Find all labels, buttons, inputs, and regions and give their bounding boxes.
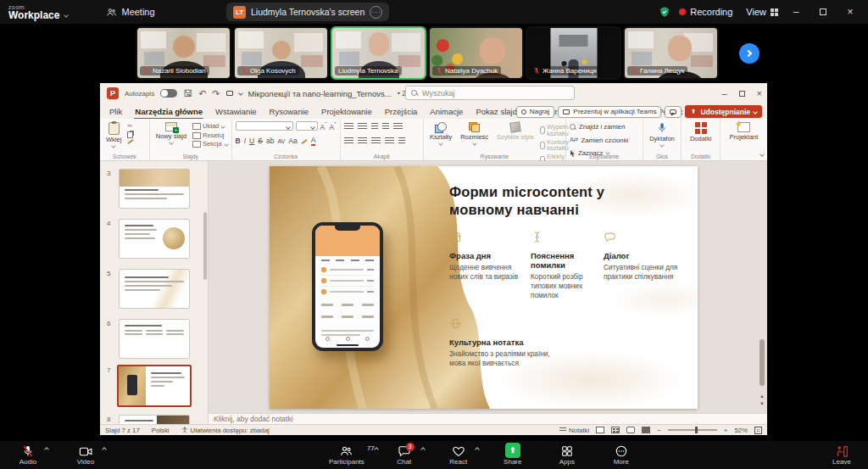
section-button[interactable]: Sekcja <box>192 141 228 148</box>
addins-button[interactable]: Dodatki <box>687 121 714 143</box>
slide-nav-arrows[interactable]: ▲▼ <box>759 394 765 406</box>
share-screen-button[interactable]: Share <box>498 444 527 466</box>
align-left-button[interactable] <box>344 137 353 144</box>
maximize-button[interactable] <box>814 6 832 18</box>
present-in-teams-button[interactable]: Prezentuj w aplikacji Teams <box>558 106 661 118</box>
tab-narzedzia-glowne[interactable]: Narzędzia główne <box>134 105 203 118</box>
tab-animacje[interactable]: Animacje <box>429 105 464 118</box>
line-spacing-button[interactable] <box>393 123 403 130</box>
zoom-percentage[interactable]: 52% <box>734 427 748 434</box>
slideshow-view-button[interactable] <box>642 427 650 433</box>
slideshow-icon[interactable] <box>226 91 233 96</box>
font-name-select[interactable] <box>236 121 293 131</box>
more-options-icon[interactable]: ··· <box>370 6 382 19</box>
slide-sorter-view-button[interactable] <box>611 427 620 433</box>
change-case-button[interactable]: Aa <box>288 137 297 145</box>
encryption-shield-icon[interactable] <box>659 6 670 18</box>
fit-slide-button[interactable] <box>754 427 762 434</box>
align-center-button[interactable] <box>358 137 367 144</box>
columns-button[interactable] <box>398 137 405 144</box>
view-button[interactable]: View <box>746 7 778 17</box>
slide-thumbnail-3[interactable] <box>119 169 190 209</box>
audio-options-chevron-icon[interactable] <box>44 447 49 452</box>
ppt-maximize-button[interactable] <box>739 91 745 97</box>
format-painter-button[interactable] <box>127 141 134 142</box>
tab-wstawianie[interactable]: Wstawianie <box>214 105 258 118</box>
tab-plik[interactable]: Plik <box>108 105 123 118</box>
video-button[interactable]: Video <box>71 444 100 466</box>
cut-button[interactable]: ✂ <box>127 123 134 130</box>
video-tile[interactable]: Nataliya Dyachuk <box>428 26 524 80</box>
leave-button[interactable]: Leave <box>827 444 856 466</box>
bullets-button[interactable] <box>344 123 353 130</box>
participants-button[interactable]: 77 Participants <box>329 444 364 466</box>
video-tile[interactable]: Жанна Варениця <box>526 26 621 80</box>
strikethrough-button[interactable]: S <box>258 137 263 145</box>
apps-button[interactable]: Apps <box>553 444 581 466</box>
video-tile[interactable]: Olga Kosovych <box>233 26 329 80</box>
zoom-in-button[interactable]: + <box>724 427 728 434</box>
arrange-button[interactable]: Rozmieść <box>458 121 491 146</box>
shared-screen-pill[interactable]: LT Liudmyla Ternovska's screen ··· <box>226 3 389 21</box>
audio-button[interactable]: Audio <box>14 444 42 466</box>
redo-icon[interactable]: ↷ <box>212 89 220 98</box>
zoom-slider-thumb[interactable] <box>695 427 698 433</box>
search-input[interactable]: Wyszukaj <box>405 86 575 100</box>
quick-styles-button[interactable]: Szybkie style <box>494 121 537 142</box>
language-button[interactable]: Polski <box>152 427 170 434</box>
shrink-font-button[interactable]: A <box>330 121 337 131</box>
ppt-close-button[interactable]: × <box>757 88 762 98</box>
chat-button[interactable]: 3 Chat <box>390 444 419 466</box>
numbering-button[interactable] <box>358 123 367 130</box>
tab-przejscia[interactable]: Przejścia <box>384 105 419 118</box>
scrollbar-thumb[interactable] <box>760 339 765 386</box>
increase-indent-button[interactable] <box>382 123 389 130</box>
slide-thumbnail-8[interactable] <box>119 415 190 424</box>
save-icon[interactable]: 🖫 <box>183 89 192 98</box>
paste-button[interactable]: Wklej <box>103 121 124 148</box>
character-spacing-button[interactable]: AV <box>277 138 285 144</box>
minimize-button[interactable]: – <box>787 6 805 18</box>
quick-access-chevron-icon[interactable] <box>238 91 243 96</box>
next-participants-button[interactable] <box>739 43 760 64</box>
highlight-color-button[interactable] <box>301 138 308 143</box>
new-slide-button[interactable]: +Nowy slajd <box>153 121 189 145</box>
grow-font-button[interactable]: A <box>320 121 327 131</box>
chat-chevron-icon[interactable] <box>420 447 426 452</box>
find-replace-button[interactable]: Znajdź i zamień <box>570 123 626 131</box>
normal-view-button[interactable] <box>596 427 604 433</box>
video-options-chevron-icon[interactable] <box>102 447 107 452</box>
decrease-indent-button[interactable] <box>371 123 378 130</box>
layout-button[interactable]: Układ <box>192 123 228 130</box>
comments-button[interactable] <box>665 106 682 118</box>
tab-rysowanie[interactable]: Rysowanie <box>269 105 309 118</box>
font-color-button[interactable]: A <box>311 137 316 146</box>
font-size-select[interactable] <box>296 121 318 131</box>
current-slide[interactable]: Форми microcontent у мовному навчанні Фр… <box>270 166 698 409</box>
video-tile-active-speaker[interactable]: Liudmyla Ternovska <box>331 26 426 80</box>
slide-thumbnail-7-selected[interactable] <box>117 365 192 407</box>
slide-thumbnail-5[interactable] <box>119 269 190 309</box>
share-presentation-button[interactable]: Udostępnianie <box>685 105 762 118</box>
reset-button[interactable]: Resetuj <box>192 132 228 139</box>
notes-pane[interactable]: Kliknij, aby dodać notatki <box>209 413 767 424</box>
undo-icon[interactable]: ↶ <box>198 89 206 98</box>
dictate-button[interactable]: Dyktafon <box>647 121 677 148</box>
react-chevron-icon[interactable] <box>475 447 480 452</box>
close-button[interactable]: × <box>841 6 860 18</box>
copy-button[interactable] <box>127 131 134 138</box>
thumbnail-scrollbar[interactable] <box>203 212 207 280</box>
shapes-button[interactable]: Kształty <box>427 121 454 146</box>
slide-scrollbar[interactable]: ▲▼ <box>759 161 765 413</box>
align-right-button[interactable] <box>371 137 381 144</box>
underline-button[interactable]: U <box>249 137 254 145</box>
tab-meeting[interactable]: Meeting <box>106 7 154 18</box>
record-button[interactable]: Nagraj <box>516 106 555 118</box>
previous-slide-button[interactable]: ▲ <box>760 394 765 399</box>
reading-view-button[interactable] <box>626 427 635 433</box>
designer-button[interactable]: Projektant <box>727 121 761 142</box>
more-button[interactable]: More <box>607 444 636 466</box>
replace-fonts-button[interactable]: A⇄Zamień czcionki <box>570 137 628 144</box>
slide-thumbnail-4[interactable] <box>119 219 190 259</box>
ppt-minimize-button[interactable]: – <box>721 88 726 98</box>
